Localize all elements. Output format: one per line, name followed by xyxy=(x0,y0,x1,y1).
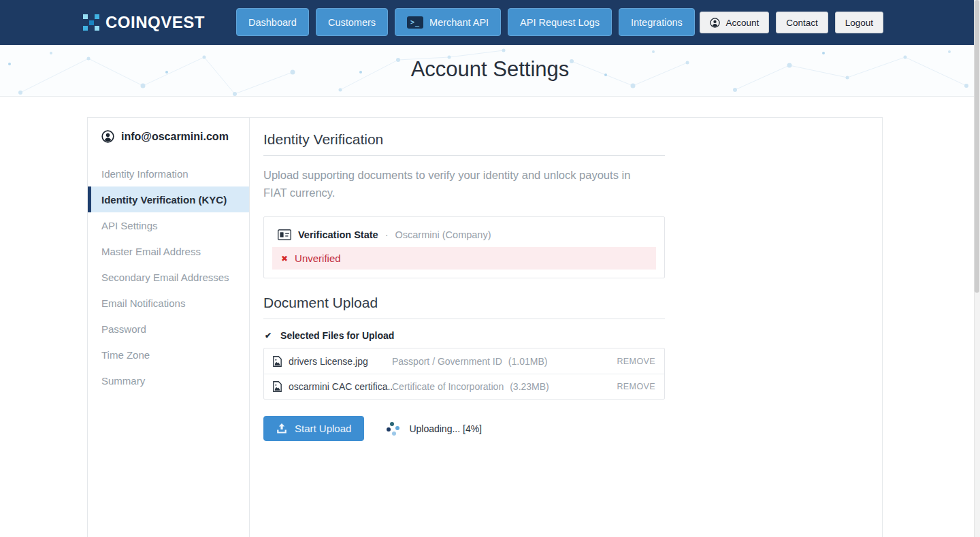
divider xyxy=(263,319,665,319)
scrollbar-thumb[interactable] xyxy=(975,0,979,293)
sidebar-item-summary[interactable]: Summary xyxy=(88,368,249,393)
nav-merchant-api-label: Merchant API xyxy=(429,17,489,28)
brand[interactable]: COINQVEST xyxy=(83,0,205,45)
settings-card: info@oscarmini.com Identity Information … xyxy=(87,117,883,537)
account-email: info@oscarmini.com xyxy=(121,131,229,143)
nav-api-request-logs-button[interactable]: API Request Logs xyxy=(508,8,612,36)
main-nav: Dashboard Customers >_ Merchant API API … xyxy=(236,8,695,36)
contact-label: Contact xyxy=(786,18,818,28)
brand-name: COINQVEST xyxy=(105,13,205,32)
selected-files-header: ✔ Selected Files for Upload xyxy=(265,330,665,341)
section-title: Identity Verification xyxy=(263,131,665,148)
file-type: Certificate of Incorporation xyxy=(392,381,504,392)
sidebar-item-label: Password xyxy=(101,323,146,335)
upload-status: Uploading... [4%] xyxy=(409,423,482,434)
sidebar-item-label: Master Email Address xyxy=(101,246,201,257)
file-name: oscarmini CAC certifica... xyxy=(289,381,392,392)
page-header: Account Settings xyxy=(0,45,980,97)
remove-file-button[interactable]: REMOVE xyxy=(617,357,655,366)
nav-dashboard-label: Dashboard xyxy=(248,17,297,28)
sidebar-item-api-settings[interactable]: API Settings xyxy=(88,212,249,238)
account-label: Account xyxy=(725,18,759,28)
start-upload-button[interactable]: Start Upload xyxy=(263,416,364,441)
remove-file-button[interactable]: REMOVE xyxy=(617,382,655,391)
section-description: Upload supporting documents to verify yo… xyxy=(263,166,641,201)
verification-status-row: ✖ Unverified xyxy=(272,247,656,270)
file-row: drivers License.jpg Passport / Governmen… xyxy=(264,348,664,374)
spinner-dots-icon xyxy=(386,422,399,436)
page-title: Account Settings xyxy=(0,45,980,82)
verification-separator: · xyxy=(385,229,389,240)
nav-dashboard-button[interactable]: Dashboard xyxy=(236,8,309,36)
main-content: Identity Verification Upload supporting … xyxy=(250,118,882,537)
file-image-icon xyxy=(273,381,282,392)
file-name: drivers License.jpg xyxy=(289,356,392,367)
file-type: Passport / Government ID xyxy=(392,356,502,367)
id-card-icon xyxy=(278,229,291,240)
nav-customers-button[interactable]: Customers xyxy=(316,8,388,36)
selected-files-label: Selected Files for Upload xyxy=(280,330,394,341)
logout-button[interactable]: Logout xyxy=(835,12,883,33)
contact-button[interactable]: Contact xyxy=(776,12,828,33)
file-image-icon xyxy=(273,356,282,367)
sidebar-item-label: Email Notifications xyxy=(101,297,185,309)
brand-dots-icon xyxy=(83,14,100,31)
nav-api-request-logs-label: API Request Logs xyxy=(520,17,600,28)
selected-files-list: drivers License.jpg Passport / Governmen… xyxy=(263,348,665,400)
verification-state-box: Verification State · Oscarmini (Company)… xyxy=(263,216,665,278)
sidebar-item-identity-information[interactable]: Identity Information xyxy=(88,161,249,186)
file-size: (1.01MB) xyxy=(508,356,548,367)
cross-icon: ✖ xyxy=(281,255,288,263)
divider xyxy=(263,155,665,156)
sidebar-account-header: info@oscarmini.com xyxy=(88,130,249,143)
sidebar-item-label: Secondary Email Addresses xyxy=(101,272,229,283)
nav-integrations-button[interactable]: Integrations xyxy=(619,8,695,36)
file-size: (3.23MB) xyxy=(510,381,549,392)
logout-label: Logout xyxy=(845,18,873,28)
sidebar-item-label: Identity Information xyxy=(101,168,189,180)
upload-icon xyxy=(276,423,287,434)
sidebar-item-label: Summary xyxy=(101,375,145,387)
sidebar-item-master-email-address[interactable]: Master Email Address xyxy=(88,238,249,264)
sidebar-item-label: Time Zone xyxy=(101,349,150,361)
file-row: oscarmini CAC certifica... Certificate o… xyxy=(264,374,664,399)
sidebar-item-time-zone[interactable]: Time Zone xyxy=(88,342,249,368)
sidebar-item-secondary-email-addresses[interactable]: Secondary Email Addresses xyxy=(88,264,249,290)
account-nav: Account Contact Logout xyxy=(700,12,883,33)
sidebar-item-email-notifications[interactable]: Email Notifications xyxy=(88,290,249,316)
scrollbar[interactable] xyxy=(974,0,980,537)
upload-actions: Start Upload Uploading... [4%] xyxy=(263,416,665,441)
sidebar-item-identity-verification-kyc[interactable]: Identity Verification (KYC) xyxy=(88,186,249,212)
verification-state-label: Verification State xyxy=(298,229,378,240)
terminal-icon: >_ xyxy=(407,16,423,29)
person-circle-icon xyxy=(101,130,114,143)
account-button[interactable]: Account xyxy=(700,12,769,33)
nav-integrations-label: Integrations xyxy=(631,17,683,28)
nav-customers-label: Customers xyxy=(328,17,376,28)
sidebar-item-label: Identity Verification (KYC) xyxy=(101,194,227,206)
top-navbar: COINQVEST Dashboard Customers >_ Merchan… xyxy=(0,0,980,45)
verification-subject: Oscarmini (Company) xyxy=(395,229,491,240)
sidebar-item-password[interactable]: Password xyxy=(88,316,249,342)
document-upload-title: Document Upload xyxy=(263,295,665,311)
sidebar-item-label: API Settings xyxy=(101,220,158,231)
verification-state-header: Verification State · Oscarmini (Company) xyxy=(272,225,656,247)
start-upload-label: Start Upload xyxy=(295,423,351,434)
check-icon: ✔ xyxy=(265,331,272,340)
person-circle-icon xyxy=(710,18,720,28)
settings-sidebar: info@oscarmini.com Identity Information … xyxy=(88,118,250,537)
nav-merchant-api-button[interactable]: >_ Merchant API xyxy=(395,8,501,36)
verification-status: Unverified xyxy=(295,253,341,264)
